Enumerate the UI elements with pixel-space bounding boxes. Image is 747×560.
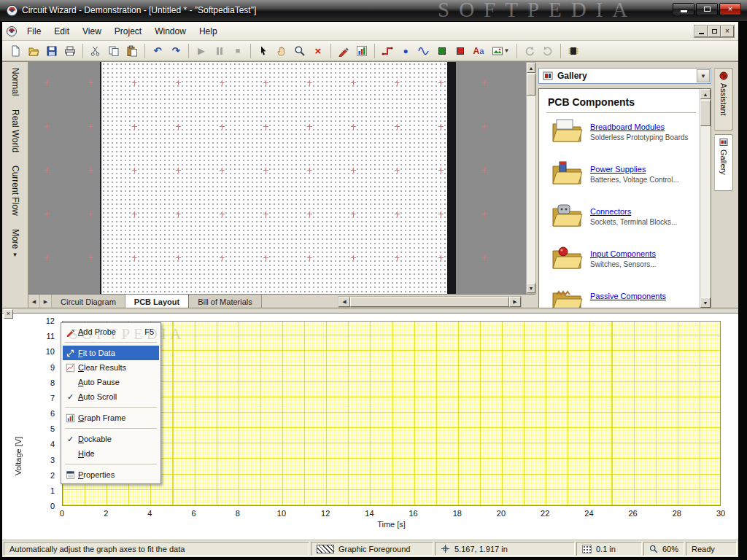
menu-item-properties[interactable]: Properties [63,467,159,482]
junction-tool-button[interactable]: ● [397,42,414,60]
tab-scroll-right-button[interactable]: ▶ [40,295,52,308]
green-rectangle-tool-button[interactable] [433,42,451,60]
menu-bar: File Edit View Project Window Help × [2,22,738,41]
menu-file[interactable]: File [20,23,47,40]
pause-icon [214,45,225,57]
menu-item-dockable[interactable]: ✓ Dockable [63,432,159,446]
maximize-button[interactable] [696,3,718,15]
tab-label: PCB Layout [134,298,179,306]
gallery-item-input-components[interactable]: Input ComponentsSwitches, Sensors... [551,245,697,284]
chevron-down-icon: ▾ [12,251,19,258]
wire-tool-button[interactable] [379,42,396,60]
y-tick-label: 4 [30,440,55,448]
horizontal-scrollbar[interactable]: ◀ ▶ [338,296,522,308]
pan-tool-button[interactable] [273,42,290,60]
menu-item-auto-scroll[interactable]: ✓ Auto Scroll [63,389,159,404]
tab-pcb-layout[interactable]: PCB Layout [125,295,189,308]
red-rectangle-tool-button[interactable] [452,42,469,60]
scroll-up-button[interactable]: ▲ [527,63,535,73]
gallery-item-link[interactable]: Connectors [590,207,677,216]
undo-button[interactable]: ↶ [149,42,166,60]
menu-item-add-probe[interactable]: Add Probe F5 [63,324,159,339]
mdi-close-button[interactable]: × [721,26,734,37]
minimize-button[interactable] [673,3,694,15]
rotate-left-button[interactable] [521,42,538,60]
component-button[interactable] [565,42,582,60]
status-grid-size[interactable]: 0.1 in [576,542,642,556]
scroll-left-button[interactable]: ◀ [338,297,350,307]
menu-item-label: Properties [78,470,115,479]
gallery-item-link[interactable]: Input Components [590,249,657,258]
menu-help[interactable]: Help [193,23,224,40]
rotate-left-icon [524,45,535,57]
mdi-minimize-button[interactable] [694,26,708,37]
scroll-right-button[interactable]: ▶ [509,297,521,307]
scrollbar-thumb[interactable] [527,74,535,96]
side-tab-assistant[interactable]: Assistant [714,68,733,131]
menu-item-graph-frame[interactable]: Graph Frame [63,411,159,425]
zoom-tool-button[interactable] [291,42,309,60]
menu-edit[interactable]: Edit [47,23,76,40]
open-button[interactable] [25,42,42,60]
new-button[interactable] [7,42,24,60]
side-tab-gallery[interactable]: Gallery [714,134,733,191]
pause-button[interactable] [211,42,228,60]
menu-item-auto-pause[interactable]: Auto Pause [63,375,159,389]
tab-scroll-left-button[interactable]: ◀ [28,295,40,308]
cut-button[interactable] [87,42,104,60]
select-tool-button[interactable] [255,42,272,60]
close-graph-button[interactable]: × [4,309,13,319]
gallery-item-link[interactable]: Breadboard Modules [590,122,689,131]
y-tick-label: 3 [30,456,55,464]
mdi-restore-button[interactable] [708,26,721,37]
pane-splitter[interactable]: × [2,308,738,314]
menu-project[interactable]: Project [108,23,148,40]
delete-tool-button[interactable]: × [309,42,327,60]
menu-view[interactable]: View [76,23,108,40]
stop-button[interactable]: ■ [229,42,247,60]
gallery-item-link[interactable]: Passive Components [590,292,666,300]
scroll-down-button[interactable]: ▼ [527,283,535,293]
add-probe-button[interactable] [335,42,352,60]
dropdown-arrow-button[interactable]: ▼ [697,69,710,82]
gallery-item-power-supplies[interactable]: Power SuppliesBatteries, Voltage Control… [551,160,697,200]
gallery-selector[interactable]: Gallery ▼ [538,68,711,84]
view-tab-more[interactable]: More▾ [10,229,20,258]
save-button[interactable] [43,42,61,60]
pcb-canvas[interactable] [28,62,526,294]
gallery-scrollbar[interactable]: ▲ ▼ [700,89,711,308]
scrollbar-thumb[interactable] [700,100,711,126]
pcb-board[interactable] [100,62,447,294]
gallery-item-connectors[interactable]: ConnectorsSockets, Terminal Blocks... [551,203,697,242]
tab-bill-of-materials[interactable]: Bill of Materials [189,295,262,308]
add-graph-button[interactable] [353,42,371,60]
menu-item-fit-to-data[interactable]: Fit to Data [63,346,159,360]
menu-item-hide[interactable]: Hide [63,446,159,461]
gallery-item-link[interactable]: Power Supplies [590,165,679,174]
close-button[interactable]: × [719,3,741,15]
scroll-up-button[interactable]: ▲ [700,89,711,99]
status-zoom[interactable]: 60% [643,542,684,556]
view-tab-normal[interactable]: Normal [10,68,20,96]
close-icon: × [725,27,729,35]
vertical-scrollbar[interactable]: ▲ ▼ [526,62,536,294]
rotate-right-button[interactable] [539,42,557,60]
waveform-tool-button[interactable] [415,42,433,60]
view-tab-current-flow[interactable]: Current Flow [10,166,20,216]
scroll-down-button[interactable]: ▼ [700,298,711,308]
tab-circuit-diagram[interactable]: Circuit Diagram [52,295,125,308]
picture-tool-button[interactable]: ▼ [488,42,513,60]
status-layer[interactable]: Graphic Foreground [311,542,433,556]
menu-window[interactable]: Window [148,23,193,40]
scrollbar-thumb[interactable] [350,297,509,307]
gallery-item-breadboard-modules[interactable]: Breadboard ModulesSolderless Prototyping… [551,118,697,158]
text-tool-button[interactable]: Aa [470,42,487,60]
copy-button[interactable] [105,42,123,60]
view-tab-real-world[interactable]: Real World [10,109,20,152]
run-button[interactable]: ▶ [193,42,210,60]
redo-button[interactable]: ↷ [167,42,185,60]
print-button[interactable] [61,42,79,60]
paste-button[interactable] [123,42,141,60]
menu-item-clear-results[interactable]: Clear Results [63,360,159,375]
gallery-item-passive-components[interactable]: Passive Components [551,287,697,308]
